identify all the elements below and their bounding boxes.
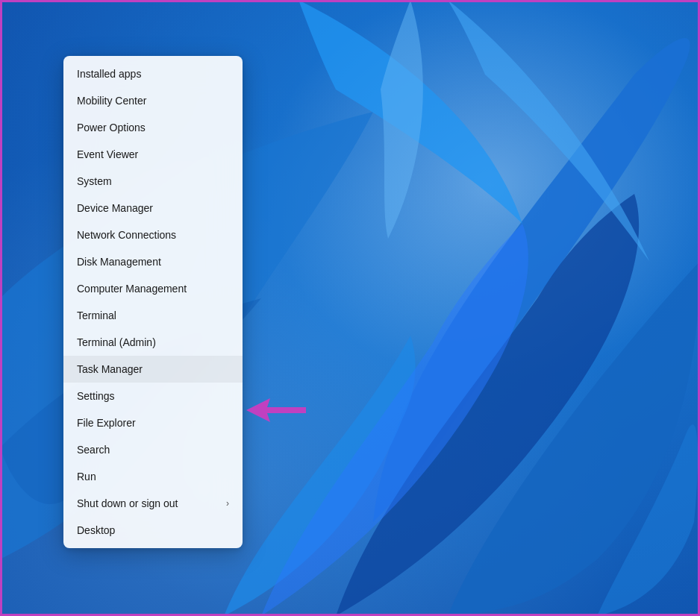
submenu-chevron-shut-down-sign-out: ›: [226, 498, 229, 509]
menu-item-label-task-manager: Task Manager: [77, 363, 143, 375]
menu-item-computer-management[interactable]: Computer Management: [63, 275, 243, 302]
menu-item-label-network-connections: Network Connections: [77, 229, 176, 241]
menu-item-label-file-explorer: File Explorer: [77, 417, 136, 429]
menu-item-task-manager[interactable]: Task Manager: [63, 356, 243, 383]
menu-item-terminal[interactable]: Terminal: [63, 302, 243, 329]
menu-item-label-power-options: Power Options: [77, 122, 146, 133]
menu-item-desktop[interactable]: Desktop: [63, 517, 243, 544]
menu-item-shut-down-sign-out[interactable]: Shut down or sign out›: [63, 490, 243, 517]
menu-item-label-computer-management: Computer Management: [77, 283, 187, 295]
menu-item-label-terminal: Terminal: [77, 309, 116, 321]
context-menu: Installed appsMobility CenterPower Optio…: [63, 56, 243, 548]
menu-item-installed-apps[interactable]: Installed apps: [63, 60, 243, 87]
menu-item-system[interactable]: System: [63, 168, 243, 195]
menu-item-label-settings: Settings: [77, 390, 115, 402]
menu-item-terminal-admin[interactable]: Terminal (Admin): [63, 329, 243, 356]
menu-item-device-manager[interactable]: Device Manager: [63, 195, 243, 221]
menu-item-label-run: Run: [77, 471, 96, 483]
menu-item-network-connections[interactable]: Network Connections: [63, 221, 243, 248]
menu-item-label-installed-apps: Installed apps: [77, 68, 141, 80]
menu-item-label-terminal-admin: Terminal (Admin): [77, 336, 156, 348]
menu-item-label-disk-management: Disk Management: [77, 256, 161, 268]
menu-item-label-search: Search: [77, 444, 110, 456]
menu-item-event-viewer[interactable]: Event Viewer: [63, 141, 243, 168]
menu-item-label-shut-down-sign-out: Shut down or sign out: [77, 497, 178, 509]
menu-item-label-event-viewer: Event Viewer: [77, 148, 138, 160]
menu-item-run[interactable]: Run: [63, 463, 243, 490]
menu-item-file-explorer[interactable]: File Explorer: [63, 409, 243, 436]
menu-item-mobility-center[interactable]: Mobility Center: [63, 87, 243, 114]
menu-item-power-options[interactable]: Power Options: [63, 114, 243, 141]
menu-item-label-desktop: Desktop: [77, 524, 115, 536]
menu-item-disk-management[interactable]: Disk Management: [63, 248, 243, 275]
menu-item-label-device-manager: Device Manager: [77, 202, 153, 214]
menu-item-settings[interactable]: Settings: [63, 383, 243, 409]
menu-item-label-mobility-center: Mobility Center: [77, 95, 146, 107]
menu-item-search[interactable]: Search: [63, 436, 243, 463]
menu-item-label-system: System: [77, 175, 112, 187]
